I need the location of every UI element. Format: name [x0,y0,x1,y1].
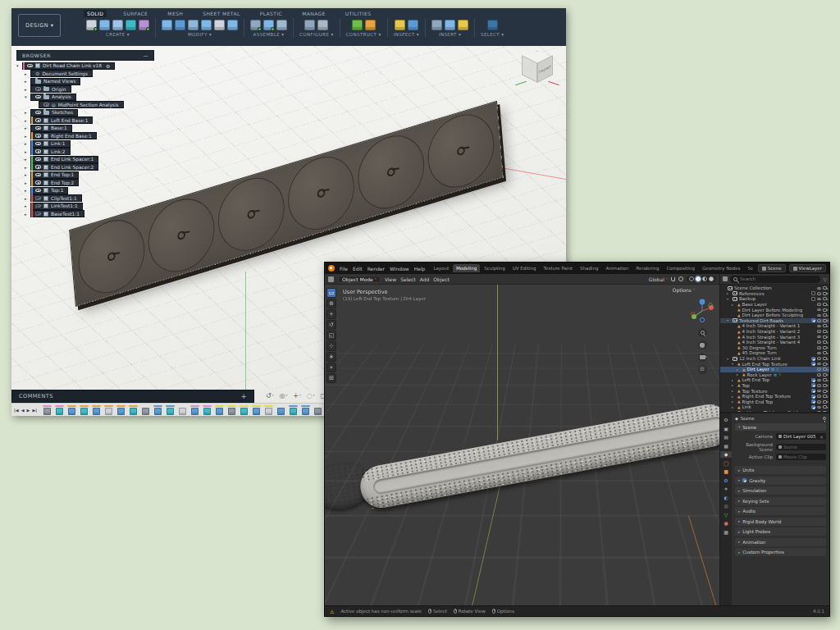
browser-item-named-views[interactable]: ▸Named Views [25,78,154,84]
browser-chip[interactable]: Origin [30,85,71,93]
visibility-eye-icon[interactable] [35,118,41,122]
visibility-eye-icon[interactable] [43,103,49,107]
editor-type-icon[interactable] [328,276,334,282]
tool-icon[interactable] [352,20,363,30]
hide-eye-icon[interactable] [817,411,822,412]
hide-eye-icon[interactable] [817,346,822,349]
blender-logo-icon[interactable] [328,265,335,272]
chain-link-disc[interactable] [355,127,427,217]
chain-link-disc[interactable] [425,106,497,196]
visibility-eye-icon[interactable] [35,180,41,185]
visibility-eye-icon[interactable] [35,212,41,216]
browser-item-end-link-spacer-2[interactable]: ▸End Link Spacer:2 [25,164,154,171]
hide-eye-icon[interactable] [817,379,822,382]
fusion-tab-solid[interactable]: SOLID [84,10,107,17]
menu-render[interactable]: Render [368,266,385,272]
browser-item-origin[interactable]: ▸Origin [25,86,154,93]
outliner-item-left-end-top-texture[interactable]: ▾▲Left End Top Texture [720,361,829,367]
exclude-checkbox[interactable] [811,389,815,393]
chain-link-disc[interactable] [146,190,218,281]
props-tab-world[interactable]: ◯ [720,460,732,467]
view-layer-selector[interactable]: ViewLayer [789,264,826,272]
outliner-item-dirt-layer-before-sculpting[interactable]: ▲Dirt Layer Before Sculpting [720,313,829,318]
scene-selector[interactable]: Scene [758,264,786,272]
tool-icon[interactable] [188,20,199,30]
filter-funnel-icon[interactable]: ▽ [823,276,827,282]
workspace-tab-animation[interactable]: Animation [602,264,632,272]
outliner-item-final-layer-thickness-guide[interactable]: +Final Layer Thickness Guide [720,410,829,412]
expand-arrow-icon[interactable]: ▸ [25,110,30,115]
property-field-camera[interactable]: Dirt Layer 005× [776,433,826,440]
add-cube-tool[interactable]: ⊞ [326,373,336,383]
orientation-dropdown[interactable]: Global [649,276,668,282]
move-tool[interactable]: + [326,309,336,319]
outliner-item-4-inch-straight-variant-4[interactable]: ▲4 Inch Straight - Variant 4 [720,340,829,345]
outliner-item-12-inch-chain-link[interactable]: ▾12 Inch Chain Link [720,356,829,362]
expand-arrow-icon[interactable]: ▸ [25,71,30,76]
workspace-tab-rendering[interactable]: Rendering [632,264,662,272]
disable-render-icon[interactable] [823,292,827,295]
disable-render-icon[interactable] [823,324,827,327]
expand-arrow-icon[interactable]: ▸ [737,368,741,372]
browser-collapse-icon[interactable]: — [143,52,148,58]
expand-arrow-icon[interactable]: ▸ [25,118,30,123]
timeline-feature-10[interactable] [153,405,162,415]
exclude-checkbox[interactable] [811,357,815,361]
expand-arrow-icon[interactable]: ▸ [25,149,30,154]
timeline-feature-20[interactable] [276,405,285,415]
fusion-tab-mesh[interactable]: MESH [164,10,186,17]
document-gear-icon[interactable]: ⚙ [106,63,110,69]
timeline-feature-4[interactable] [80,405,89,415]
expand-arrow-icon[interactable]: ▸ [25,134,30,139]
disable-render-icon[interactable] [823,384,827,387]
timeline-feature-15[interactable] [215,405,224,415]
browser-chip[interactable]: LinkTest1:1 [30,203,83,210]
browser-item-basetest1-1[interactable]: ▸BaseTest1:1 [25,211,154,217]
browser-chip[interactable]: Base:1 [30,125,72,132]
proportional-edit-icon[interactable] [678,276,683,281]
visibility-eye-icon[interactable] [35,95,41,99]
outliner-item-backup[interactable]: ▾Backup [720,296,829,302]
exclude-checkbox[interactable] [811,395,815,399]
exclude-checkbox[interactable] [811,405,815,409]
expand-arrow-icon[interactable]: ▸ [732,303,736,307]
look-at-icon[interactable]: ◎ [279,393,287,399]
expand-arrow-icon[interactable]: ▸ [25,172,30,177]
hide-eye-icon[interactable] [817,314,822,317]
tool-icon[interactable] [214,20,225,30]
visibility-eye-icon[interactable] [35,87,41,91]
props-tab-data[interactable]: ▽ [720,512,732,518]
browser-chip[interactable]: Analysis [30,94,76,101]
viewport-menu-add[interactable]: Add [420,276,430,282]
property-field-background-scene[interactable]: Scene [776,444,826,450]
expand-arrow-icon[interactable]: ▸ [25,188,30,193]
expand-arrow-icon[interactable]: ▾ [16,63,22,68]
menu-window[interactable]: Window [390,266,409,272]
outliner-search-input[interactable]: Search [730,276,820,283]
browser-chip[interactable]: Sketches [30,109,78,116]
browser-chip[interactable]: Dirt Road Chain Link v18⚙ [22,62,115,70]
expand-arrow-icon[interactable]: ▾ [25,94,30,99]
hide-eye-icon[interactable] [817,340,822,344]
hide-eye-icon[interactable] [817,319,822,322]
tool-icon[interactable] [99,20,110,30]
props-tab-output[interactable]: ▤ [720,434,732,441]
expand-arrow-icon[interactable]: ▸ [25,180,30,185]
outliner-item-link[interactable]: ▸▲Link [720,404,829,410]
orbit-icon[interactable]: ↺ [266,393,273,399]
visibility-eye-icon[interactable] [35,173,41,177]
browser-chip[interactable]: Right End Base:1 [30,132,97,139]
options-dropdown[interactable]: Options [673,287,695,293]
browser-chip[interactable]: End Link Spacer:1 [30,156,98,163]
browser-item-sketches[interactable]: ▸Sketches [25,109,154,116]
toolbar-group-select[interactable]: SELECT ▾ [481,32,504,37]
playback-control[interactable]: ▶ [27,408,30,413]
outliner-item-base-layer[interactable]: ▸▲Base Layer [720,302,829,308]
timeline-feature-2[interactable] [55,405,64,415]
toolbar-group-construct[interactable]: CONSTRUCT ▾ [346,32,381,37]
hide-eye-icon[interactable] [817,400,822,404]
add-comment-button[interactable]: + [241,393,247,400]
hide-eye-icon[interactable] [817,357,822,360]
expand-arrow-icon[interactable]: ▸ [25,165,30,170]
timeline-feature-11[interactable] [166,405,175,415]
